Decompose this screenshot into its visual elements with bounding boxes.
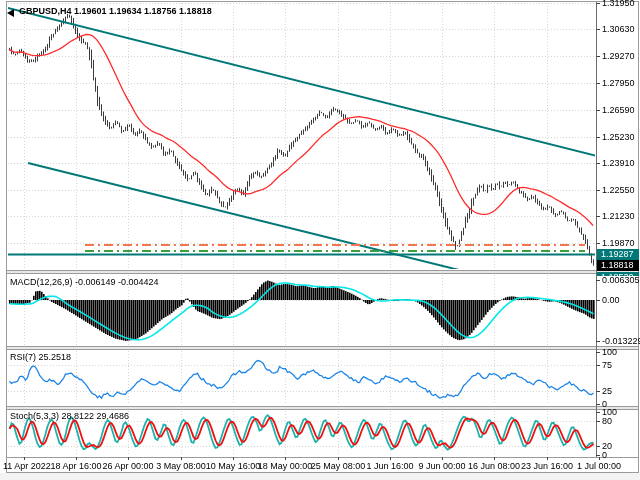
rsi-tick-label: 75	[602, 360, 612, 370]
time-label: 1 Jun 16:00	[366, 461, 413, 471]
time-label: 23 Jun 16:00	[521, 461, 573, 471]
time-label: 10 May 16:00	[206, 461, 261, 471]
stoch-indicator-label: Stoch(5,3,3) 28.8122 29.4686	[10, 411, 129, 421]
price-tick-label: 1.27950	[602, 78, 635, 88]
mt5-chart-window: GBPUSD,H4 1.19601 1.19634 1.18756 1.1881…	[0, 0, 640, 480]
price-tag-1.18530: 1.18530	[597, 272, 639, 276]
macd-tick-label: -0.013229	[602, 336, 640, 346]
price-tick-label: 1.19870	[602, 238, 635, 248]
macd-tick-label: 0.00	[602, 295, 620, 305]
price-tick-label: 1.30630	[602, 24, 635, 34]
time-label: 11 Apr 2022	[3, 461, 51, 471]
macd-tick-label: 0.006305	[602, 275, 640, 285]
price-tick-label: 1.22550	[602, 185, 635, 195]
rsi-indicator-label: RSI(7) 25.2518	[10, 352, 71, 362]
chart-title: GBPUSD,H4 1.19601 1.19634 1.18756 1.1881…	[19, 6, 212, 16]
rsi-tick-label: 25	[602, 386, 612, 396]
stoch-tick-label: 0	[602, 450, 607, 460]
price-tick-label: 1.23910	[602, 158, 635, 168]
time-label: 18 May 00:00	[258, 461, 313, 471]
time-label: 16 Jun 08:00	[468, 461, 520, 471]
price-tick-label: 1.29270	[602, 51, 635, 61]
time-label: 18 Apr 16:00	[50, 461, 101, 471]
time-label: 9 Jun 00:00	[418, 461, 465, 471]
rsi-tick-label: 100	[602, 347, 617, 357]
time-label: 25 May 08:00	[311, 461, 366, 471]
price-tick-label: 1.25230	[602, 132, 635, 142]
price-tag-1.18818: 1.18818	[597, 260, 639, 271]
price-tick-label: 1.31950	[602, 0, 635, 8]
time-label: 3 May 08:00	[156, 461, 206, 471]
time-label: 1 Jul 00:00	[577, 461, 621, 471]
price-tick-label: 1.21230	[602, 211, 635, 221]
price-tick-label: 1.26590	[602, 105, 635, 115]
chart-canvas[interactable]	[0, 0, 640, 480]
price-tag-1.19287: 1.19287	[597, 249, 639, 260]
time-label: 26 Apr 00:00	[102, 461, 153, 471]
stoch-tick-label: 80	[602, 416, 612, 426]
symbol-marker-icon	[7, 9, 14, 17]
macd-indicator-label: MACD(12,26,9) -0.006149 -0.004424	[10, 277, 159, 287]
